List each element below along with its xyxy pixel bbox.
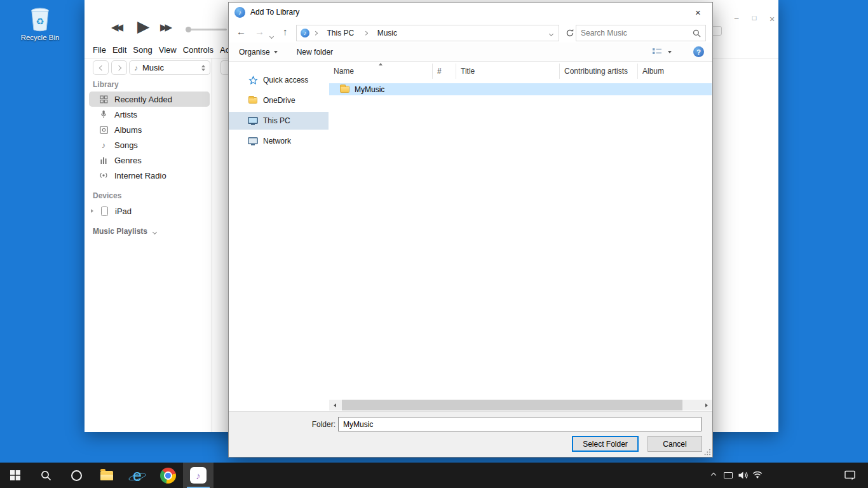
fast-forward-button[interactable]: ▶▶	[160, 22, 170, 33]
sidebar-divider	[212, 58, 212, 432]
mic-icon	[98, 110, 109, 119]
column-header-title[interactable]: Title	[456, 64, 560, 79]
broadcast-icon	[98, 172, 109, 179]
show-hidden-icons-button[interactable]	[706, 463, 721, 488]
menu-song[interactable]: Song	[133, 45, 152, 55]
search-icon	[41, 470, 51, 481]
menu-edit[interactable]: Edit	[112, 45, 126, 55]
address-dropdown[interactable]	[544, 29, 559, 37]
sidebar-item-label: Songs	[114, 140, 138, 150]
note-icon: ♪	[98, 140, 109, 150]
itunes-menubar: File Edit Song View Controls Account	[93, 45, 250, 55]
menu-view[interactable]: View	[159, 45, 177, 55]
view-options-dropdown[interactable]	[668, 51, 672, 53]
folder-name-input[interactable]	[338, 417, 702, 431]
column-header-contributing-artists[interactable]: Contributing artists	[560, 64, 638, 79]
help-button[interactable]: ?	[693, 46, 704, 57]
scroll-left-button[interactable]	[329, 400, 340, 410]
sidebar-item-artists[interactable]: Artists	[89, 107, 210, 122]
column-header-album[interactable]: Album	[638, 64, 712, 79]
close-button[interactable]: ×	[768, 14, 776, 24]
internet-explorer-button[interactable]: e	[122, 463, 153, 488]
file-row-mymusic[interactable]: MyMusic	[329, 83, 712, 95]
network-tray-button[interactable]	[750, 463, 764, 488]
sidebar-item-label: Recently Added	[114, 95, 172, 104]
search-input[interactable]	[581, 29, 689, 37]
action-center-button[interactable]	[839, 463, 860, 488]
music-playlists-label: Music Playlists	[93, 227, 147, 236]
nav-up-button[interactable]: ↑	[283, 26, 288, 37]
start-button[interactable]	[0, 463, 31, 488]
nav-history-dropdown[interactable]	[270, 31, 273, 40]
nav-item-label: Quick access	[263, 76, 308, 85]
location-icon: ♪	[301, 29, 309, 37]
itunes-icon: ♪	[190, 467, 207, 484]
resize-grip[interactable]	[704, 449, 711, 456]
menu-file[interactable]: File	[93, 45, 106, 55]
dialog-close-button[interactable]: ×	[684, 3, 712, 22]
minimize-button[interactable]: –	[733, 14, 740, 24]
breadcrumb-this-pc[interactable]: This PC	[322, 25, 360, 41]
column-header-number[interactable]: #	[433, 64, 456, 79]
taskbar-search-button[interactable]	[31, 463, 61, 488]
list-header: Name # Title Contributing artists Album	[329, 64, 712, 79]
address-bar[interactable]: ♪ This PC Music	[296, 25, 559, 41]
play-button[interactable]: ▶	[137, 17, 149, 36]
organise-button[interactable]: Organise	[239, 48, 278, 57]
chevron-down-icon	[153, 230, 157, 234]
recycle-bin-shortcut[interactable]: ♻ Recycle Bin	[18, 5, 62, 41]
maximize-button[interactable]: □	[750, 14, 758, 24]
new-folder-button[interactable]: New folder	[297, 48, 333, 57]
chrome-button[interactable]	[153, 463, 183, 488]
rewind-button[interactable]: ◀◀	[111, 22, 121, 33]
music-playlists-header[interactable]: Music Playlists	[93, 227, 156, 236]
sidebar-item-albums[interactable]: Albums	[89, 122, 210, 137]
volume-slider[interactable]	[186, 29, 227, 30]
itunes-taskbar-button[interactable]: ♪	[183, 463, 214, 488]
svg-text:♻: ♻	[36, 16, 44, 27]
breadcrumb-music[interactable]: Music	[372, 25, 403, 41]
windows-logo-icon	[10, 470, 20, 480]
chevron-right-icon	[116, 65, 121, 70]
display-icon	[724, 472, 733, 478]
media-kind-picker[interactable]: ♪ Music	[129, 60, 210, 75]
sidebar-item-recently-added[interactable]: Recently Added	[89, 92, 210, 107]
menu-controls[interactable]: Controls	[183, 45, 214, 55]
dialog-titlebar[interactable]: ♪ Add To Library	[229, 3, 712, 22]
file-explorer-button[interactable]	[92, 463, 122, 488]
list-view-icon[interactable]	[652, 48, 662, 56]
breadcrumb-separator	[360, 25, 372, 41]
expand-chevron-icon[interactable]	[91, 209, 93, 213]
nav-item-network[interactable]: Network	[229, 132, 329, 150]
sidebar-item-songs[interactable]: ♪ Songs	[89, 137, 210, 152]
dialog-toolbar: Organise New folder ?	[229, 43, 712, 62]
nav-forward-button[interactable]: →	[255, 26, 264, 37]
breadcrumb-separator	[309, 25, 322, 41]
display-tray-button[interactable]	[721, 463, 735, 488]
nav-item-onedrive[interactable]: OneDrive	[229, 92, 329, 109]
horizontal-scrollbar[interactable]	[329, 400, 712, 410]
taskbar: e ♪	[0, 463, 868, 488]
add-to-library-dialog: ♪ Add To Library × ← → ↑ ♪ This PC Music…	[228, 2, 713, 458]
recycle-bin-icon: ♻	[29, 5, 51, 32]
sidebar-item-genres[interactable]: Genres	[89, 152, 210, 168]
sidebar-item-ipad[interactable]: iPad	[89, 203, 210, 219]
forward-button[interactable]	[111, 60, 127, 75]
select-folder-button[interactable]: Select Folder	[572, 436, 639, 452]
scrollbar-thumb[interactable]	[342, 400, 682, 410]
volume-tray-button[interactable]	[735, 463, 750, 488]
nav-item-quick-access[interactable]: Quick access	[229, 71, 329, 89]
cancel-button[interactable]: Cancel	[648, 436, 702, 452]
cortana-button[interactable]	[61, 463, 92, 488]
dialog-title: Add To Library	[250, 8, 299, 17]
back-button[interactable]	[93, 60, 109, 75]
tablet-icon	[99, 207, 109, 216]
search-icon[interactable]	[693, 29, 701, 37]
nav-item-this-pc[interactable]: This PC	[229, 112, 329, 130]
system-tray	[706, 463, 764, 488]
column-header-name[interactable]: Name	[329, 64, 433, 79]
scroll-right-button[interactable]	[701, 400, 712, 410]
sidebar-item-internet-radio[interactable]: Internet Radio	[89, 168, 210, 183]
nav-back-button[interactable]: ←	[236, 26, 246, 37]
scrollbar-track[interactable]	[340, 400, 701, 410]
